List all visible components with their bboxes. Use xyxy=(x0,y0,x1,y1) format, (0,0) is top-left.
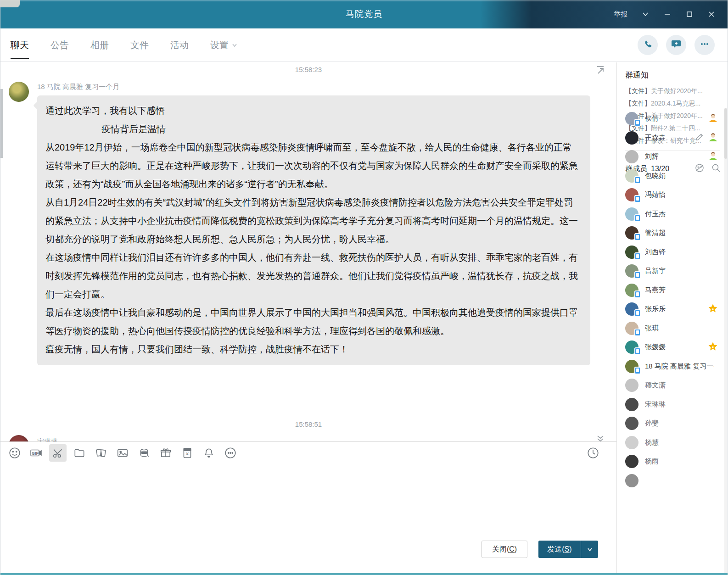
member-name: 宋琳琳 xyxy=(645,400,666,409)
tab-相册[interactable]: 相册 xyxy=(90,28,109,61)
member-name: 杨慧 xyxy=(645,438,659,447)
message-history-clock-icon[interactable] xyxy=(584,444,602,462)
group-admin-icon xyxy=(708,132,718,144)
avatar[interactable] xyxy=(625,226,638,240)
member-row[interactable]: 杨慧 xyxy=(617,433,724,452)
image-icon[interactable] xyxy=(114,444,131,462)
report-button[interactable]: 举报 xyxy=(614,10,627,19)
bell-icon[interactable] xyxy=(200,444,218,462)
member-row[interactable]: 18 马院 高晨雅 复习一个月 xyxy=(617,357,724,376)
sender-name: 宋琳琳 xyxy=(37,437,58,441)
member-row[interactable]: 刘辉 xyxy=(617,147,724,167)
red-packet-icon[interactable]: ¥ xyxy=(179,444,196,462)
message-timestamp: 15:58:23 xyxy=(0,66,616,73)
avatar[interactable] xyxy=(625,417,638,430)
message-paragraph: 通过此次学习，我有以下感悟 xyxy=(45,101,580,120)
close-button[interactable] xyxy=(704,6,719,22)
member-row[interactable]: 张琪 xyxy=(617,319,724,338)
doge-icon[interactable] xyxy=(135,444,153,462)
member-row[interactable]: 刘西锋 xyxy=(617,243,724,262)
folder-icon[interactable] xyxy=(71,444,88,462)
member-name: 刘西锋 xyxy=(645,248,666,257)
avatar[interactable] xyxy=(9,82,29,102)
scrollbar[interactable] xyxy=(724,108,727,573)
minimize-button[interactable] xyxy=(660,6,675,22)
avatar[interactable] xyxy=(625,207,638,221)
group-notice-item[interactable]: 【文件】关于做好2020年... xyxy=(625,85,720,97)
mobile-online-badge xyxy=(634,347,641,355)
member-row[interactable]: 王森垚 xyxy=(617,128,724,148)
member-row[interactable]: 冯婧怡 xyxy=(617,185,724,205)
emoji-icon[interactable] xyxy=(6,444,23,462)
member-row[interactable]: 马燕芳 xyxy=(617,281,724,300)
avatar[interactable] xyxy=(625,322,638,335)
avatar[interactable] xyxy=(625,474,638,487)
notice-text: 2020.4.1马克思... xyxy=(651,100,700,107)
svg-text:¥: ¥ xyxy=(185,451,189,456)
jump-to-latest-icon[interactable] xyxy=(594,432,606,441)
svg-text:z: z xyxy=(712,307,714,311)
member-name: 侯倩 xyxy=(645,114,659,123)
message-history[interactable]: 15:58:23 18 马院 高晨雅 复习一个月 通过此次学习，我有以下感悟疫情… xyxy=(0,62,616,441)
group-notice-item[interactable]: 【文件】2020.4.1马克思... xyxy=(625,97,720,110)
tab-设置[interactable]: 设置 xyxy=(210,28,238,61)
avatar[interactable] xyxy=(625,188,638,201)
avatar[interactable] xyxy=(625,264,638,278)
group-admin-icon xyxy=(708,151,718,163)
member-row[interactable]: 管清超 xyxy=(617,223,724,243)
chevron-down-icon[interactable] xyxy=(638,6,653,22)
member-name: 王森垚 xyxy=(645,134,666,142)
member-row[interactable]: 宋琳琳 xyxy=(617,395,724,414)
member-row[interactable]: 包晓娟 xyxy=(617,167,724,186)
member-row-partial[interactable] xyxy=(617,471,724,491)
avatar[interactable] xyxy=(625,436,638,449)
group-sidebar: 群通知 【文件】关于做好2020年...【文件】2020.4.1马克思...【文… xyxy=(616,62,728,573)
avatar[interactable] xyxy=(625,455,638,468)
avatar[interactable] xyxy=(625,169,638,183)
tab-活动[interactable]: 活动 xyxy=(170,28,189,61)
avatar[interactable] xyxy=(625,150,638,163)
member-row[interactable]: 吕新宇 xyxy=(617,262,724,281)
member-row[interactable]: 孙斐 xyxy=(617,414,724,433)
avatar[interactable] xyxy=(625,284,638,297)
avatar[interactable] xyxy=(625,131,638,145)
more-actions-button[interactable] xyxy=(694,35,715,55)
avatar[interactable] xyxy=(625,379,638,392)
maximize-button[interactable] xyxy=(682,6,697,22)
gift-icon[interactable] xyxy=(157,444,174,462)
phone-button[interactable] xyxy=(638,35,658,55)
avatar[interactable] xyxy=(625,398,638,411)
avatar[interactable] xyxy=(9,435,29,441)
tab-文件[interactable]: 文件 xyxy=(130,28,149,61)
message-paragraph: 最后在这场疫情中让我自豪和感动的是，中国向世界人展示了中国的大国担当和强国风范。… xyxy=(45,303,580,340)
more-icon[interactable] xyxy=(222,444,239,462)
send-button[interactable]: 发送(S) xyxy=(538,541,581,558)
phone-icon xyxy=(642,39,653,51)
mobile-online-badge xyxy=(634,290,641,298)
collapse-chat-icon[interactable] xyxy=(594,64,606,76)
mobile-online-badge xyxy=(634,252,641,260)
member-row[interactable]: 付玉杰 xyxy=(617,205,724,224)
member-row[interactable]: 侯倩 xyxy=(617,109,724,128)
close-chat-button[interactable]: 关闭(C) xyxy=(482,541,527,558)
message-input[interactable] xyxy=(0,464,616,541)
member-row[interactable]: 张乐乐z xyxy=(617,300,724,319)
avatar[interactable] xyxy=(625,302,638,316)
avatar[interactable] xyxy=(625,246,638,259)
group-notice-title: 群通知 xyxy=(625,70,720,80)
chat-panel: 15:58:23 18 马院 高晨雅 复习一个月 通过此次学习，我有以下感悟疫情… xyxy=(0,62,616,573)
gif-icon[interactable]: GIF xyxy=(28,444,45,462)
mobile-online-badge xyxy=(634,195,641,203)
member-row[interactable]: 杨雨 xyxy=(617,452,724,471)
chat-add-button[interactable] xyxy=(666,35,686,55)
window-shake-icon[interactable] xyxy=(92,444,110,462)
member-row[interactable]: 张媛媛z xyxy=(617,338,724,357)
avatar[interactable] xyxy=(625,341,638,354)
send-options-chevron-icon[interactable] xyxy=(581,541,598,558)
avatar[interactable] xyxy=(625,360,638,373)
screenshot-icon[interactable] xyxy=(49,444,67,462)
tab-公告[interactable]: 公告 xyxy=(50,28,69,61)
member-row[interactable]: 穆文潇 xyxy=(617,376,724,395)
tab-聊天[interactable]: 聊天 xyxy=(11,28,29,61)
avatar[interactable] xyxy=(625,112,638,125)
